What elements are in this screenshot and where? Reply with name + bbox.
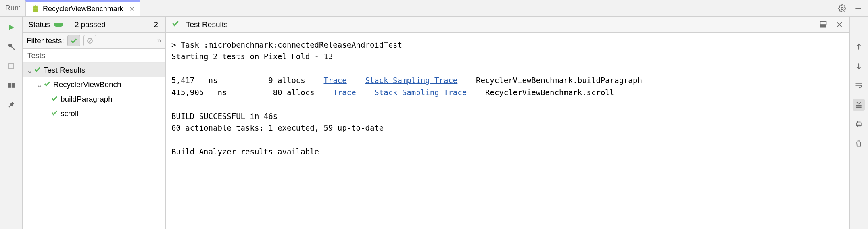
console-line: Build Analyzer results available [171, 147, 319, 156]
console-line: > Task :microbenchmark:connectedReleaseA… [171, 40, 402, 49]
expand-filters-icon[interactable]: » [157, 36, 161, 45]
tree-test-2-label: scroll [61, 109, 78, 118]
console-output[interactable]: > Task :microbenchmark:connectedReleaseA… [166, 33, 849, 229]
tree-test-1[interactable]: buildParagraph [23, 92, 165, 106]
tests-column-header: Tests [23, 49, 165, 63]
tree-suite[interactable]: ⌄ RecyclerViewBench [23, 77, 165, 92]
status-row: Status 2 passed 2 [23, 17, 165, 33]
console-line: BUILD SUCCESSFUL in 46s [171, 112, 278, 121]
passed-count: 2 [154, 20, 158, 29]
run-config-tab[interactable]: RecyclerViewBenchmark ✕ [25, 0, 140, 16]
svg-rect-7 [820, 25, 826, 27]
filter-ignored-toggle[interactable] [83, 35, 96, 46]
chevron-down-icon[interactable]: ⌄ [26, 66, 34, 75]
right-tool-strip [849, 17, 868, 229]
passed-label: 2 passed [75, 20, 106, 29]
status-label: Status [28, 20, 50, 29]
check-icon [51, 95, 58, 104]
console-line: 60 actionable tasks: 1 executed, 59 up-t… [171, 123, 384, 132]
minimize-icon[interactable] [854, 4, 863, 13]
tree-test-1-label: buildParagraph [61, 95, 113, 104]
pin-icon[interactable] [6, 100, 17, 110]
clear-icon[interactable] [853, 137, 865, 150]
tree-suite-label: RecyclerViewBench [53, 80, 121, 89]
test-tree-panel: Status 2 passed 2 Filter tests: » Tests … [23, 17, 166, 229]
filter-label: Filter tests: [27, 36, 64, 45]
svg-rect-2 [9, 64, 14, 69]
stop-button[interactable] [6, 61, 17, 71]
run-top-bar: Run: RecyclerViewBenchmark ✕ [0, 0, 868, 17]
tab-name: RecyclerViewBenchmark [43, 5, 123, 13]
bench-name: RecyclerViewBenchmark.scroll [485, 88, 614, 97]
results-title: Test Results [186, 20, 227, 29]
close-results-icon[interactable] [835, 20, 844, 29]
svg-rect-8 [820, 21, 826, 25]
close-tab-icon[interactable]: ✕ [129, 5, 134, 13]
stack-trace-link[interactable]: Stack Sampling Trace [365, 76, 457, 85]
test-tree[interactable]: ⌄ Test Results ⌄ RecyclerViewBench build… [23, 63, 165, 229]
android-icon [31, 5, 40, 13]
tree-root-label: Test Results [44, 66, 85, 75]
console-line: Starting 2 tests on Pixel Fold - 13 [171, 52, 333, 61]
run-main: Status 2 passed 2 Filter tests: » Tests … [0, 17, 868, 229]
print-icon[interactable] [853, 118, 865, 130]
export-icon[interactable] [819, 20, 828, 29]
results-panel: Test Results > Task :microbenchmark:conn… [166, 17, 849, 229]
svg-rect-4 [12, 83, 15, 88]
check-icon [171, 19, 179, 29]
left-tool-strip [0, 17, 23, 229]
check-icon [34, 66, 41, 75]
chevron-down-icon[interactable]: ⌄ [35, 80, 44, 90]
stack-trace-link[interactable]: Stack Sampling Trace [374, 88, 467, 97]
bench-allocs: 80 allocs [273, 88, 315, 97]
svg-rect-16 [858, 121, 860, 123]
wrench-icon[interactable] [6, 42, 17, 52]
trace-link[interactable]: Trace [324, 76, 347, 85]
svg-rect-3 [8, 83, 11, 88]
scroll-up-icon[interactable] [853, 41, 865, 53]
scroll-down-icon[interactable] [853, 60, 865, 72]
svg-line-6 [88, 39, 92, 42]
results-header: Test Results [166, 17, 849, 33]
filter-passed-toggle[interactable] [67, 35, 80, 46]
trace-link[interactable]: Trace [333, 88, 356, 97]
tree-root[interactable]: ⌄ Test Results [23, 63, 165, 77]
rerun-button[interactable] [6, 22, 17, 33]
filter-row: Filter tests: » [23, 33, 165, 49]
bench-allocs: 9 allocs [268, 76, 305, 85]
gear-icon[interactable] [838, 4, 847, 13]
bench-time: 5,417 ns [171, 76, 217, 85]
check-icon [51, 109, 58, 119]
bench-name: RecyclerViewBenchmark.buildParagraph [476, 76, 642, 85]
svg-point-0 [841, 7, 843, 9]
scroll-to-end-icon[interactable] [853, 99, 865, 111]
check-icon [44, 80, 51, 90]
soft-wrap-icon[interactable] [853, 79, 865, 92]
bench-time: 415,905 ns [171, 88, 227, 97]
layout-icon[interactable] [6, 80, 17, 91]
tree-test-2[interactable]: scroll [23, 106, 165, 121]
status-pill [54, 23, 63, 27]
run-label: Run: [5, 4, 21, 12]
